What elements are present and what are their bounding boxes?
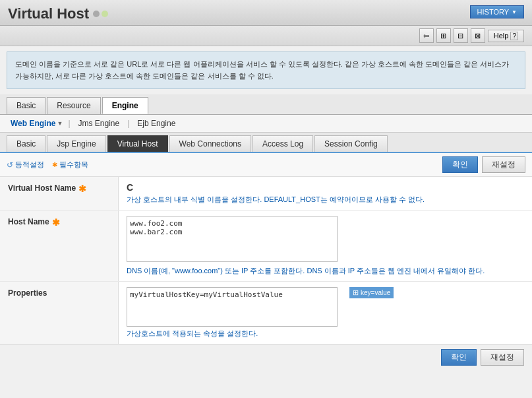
page-tab-access-log[interactable]: Access Log [252,135,313,152]
action-bar: ↺ 등적설정 ✱ 필수항목 확인 재설정 [0,153,532,177]
host-name-label: Host Name [8,217,49,226]
page-header: Virtual Host HISTORY ▼ [0,0,532,26]
confirm-button-bottom[interactable]: 확인 [441,349,477,366]
dot-icon-1 [93,11,100,17]
page-tab-virtual-host[interactable]: Virtual Host [107,135,168,152]
properties-desc: 가상호스트에 적용되는 속성을 설정한다. [127,329,524,339]
help-icon: ? [510,32,518,40]
page-tab-web-connections[interactable]: Web Connections [169,135,252,152]
properties-row: myVirtualHostKey=myVirtualHostValue ⊞ ke… [127,287,524,327]
jms-engine-tab[interactable]: Jms Engine [72,117,127,129]
page-tabs: Basic Jsp Engine Virtual Host Web Connec… [0,133,532,153]
host-name-input[interactable]: www.foo2.com www.bar2.com [127,216,338,262]
virtual-host-name-desc: 가상 호스트의 내부 식별 이름을 설정한다. DEFAULT_HOST는 예약… [127,195,524,205]
ejb-engine-tab[interactable]: Ejb Engine [131,117,182,129]
engine-tabs: Web Engine ▼ | Jms Engine | Ejb Engine [0,115,532,133]
action-right: 확인 재설정 [442,156,525,173]
tab-basic[interactable]: Basic [7,97,45,114]
form-row-properties: Properties myVirtualHostKey=myVirtualHos… [0,282,532,345]
host-name-desc: DNS 이름(예, "www.foo.com") 또는 IP 주소를 포함한다.… [127,266,524,276]
tab-engine[interactable]: Engine [102,97,148,114]
required-star-icon: ✱ [52,161,57,168]
help-button[interactable]: Help ? [488,30,524,42]
register-link[interactable]: ↺ 등적설정 [7,160,44,170]
kv-badge[interactable]: ⊞ key=value [349,287,394,298]
host-name-content: www.foo2.com www.bar2.com DNS 이름(예, "www… [119,211,532,281]
toolbar: ⇦ ⊞ ⊟ ⊠ Help ? [0,26,532,46]
top-tabs: Basic Resource Engine [0,94,532,115]
properties-input[interactable]: myVirtualHostKey=myVirtualHostValue [127,287,338,327]
page-tab-jsp-engine[interactable]: Jsp Engine [47,135,105,152]
page-title: Virtual Host [8,5,89,22]
register-label: 등적설정 [15,160,44,170]
properties-label: Properties [8,288,47,298]
web-engine-tab[interactable]: Web Engine ▼ [7,117,67,129]
toolbar-icon-3[interactable]: ⊟ [454,28,468,43]
help-label: Help [494,32,509,40]
properties-content: myVirtualHostKey=myVirtualHostValue ⊞ ke… [119,282,532,344]
history-button[interactable]: HISTORY ▼ [470,5,524,18]
toolbar-icon-2[interactable]: ⊞ [436,28,451,43]
kv-icon: ⊞ [353,288,359,297]
page-tab-session-config[interactable]: Session Config [314,135,388,152]
virtual-host-name-label: Virtual Host Name [8,183,76,193]
virtual-host-name-required-icon: ✱ [78,183,86,194]
form-label-virtual-host-name: Virtual Host Name ✱ [0,177,119,210]
form-label-host-name: Host Name ✱ [0,211,119,281]
register-icon: ↺ [7,160,13,170]
description-box: 도메인 이름을 기준으로 서로 같은 URL로 서로 다른 웹 어플리케이션을 … [7,51,525,89]
virtual-host-name-content: C 가상 호스트의 내부 식별 이름을 설정한다. DEFAULT_HOST는 … [119,177,532,210]
web-engine-label: Web Engine [11,119,55,128]
host-name-required-icon: ✱ [52,217,60,228]
form-area: Virtual Host Name ✱ C 가상 호스트의 내부 식별 이름을 … [0,177,532,345]
web-engine-arrow-icon: ▼ [57,120,63,127]
toolbar-icon-1[interactable]: ⇦ [419,28,434,43]
form-row-virtual-host-name: Virtual Host Name ✱ C 가상 호스트의 내부 식별 이름을 … [0,177,532,211]
kv-area: ⊞ key=value [343,287,394,298]
sep-1: | [68,119,70,128]
footer: 확인 재설정 [0,345,532,370]
history-label: HISTORY [477,8,510,16]
toolbar-icon-4[interactable]: ⊠ [471,28,485,43]
form-row-host-name: Host Name ✱ www.foo2.com www.bar2.com DN… [0,211,532,282]
form-label-properties: Properties [0,282,119,344]
dot-icon-2 [102,11,108,17]
reset-button-top[interactable]: 재설정 [482,156,525,173]
page-tab-basic[interactable]: Basic [7,135,45,152]
required-link: ✱ 필수항목 [52,160,88,170]
kv-label: key=value [361,289,390,296]
description-text: 도메인 이름을 기준으로 서로 같은 URL로 서로 다른 웹 어플리케이션을 … [15,60,509,80]
confirm-button-top[interactable]: 확인 [442,156,478,173]
action-left: ↺ 등적설정 ✱ 필수항목 [7,160,88,170]
tab-resource[interactable]: Resource [47,97,100,114]
history-arrow-icon: ▼ [512,9,517,15]
required-label: 필수항목 [59,160,88,170]
virtual-host-name-value: C [127,182,524,193]
sep-2: | [127,119,129,128]
reset-button-bottom[interactable]: 재설정 [481,349,524,366]
